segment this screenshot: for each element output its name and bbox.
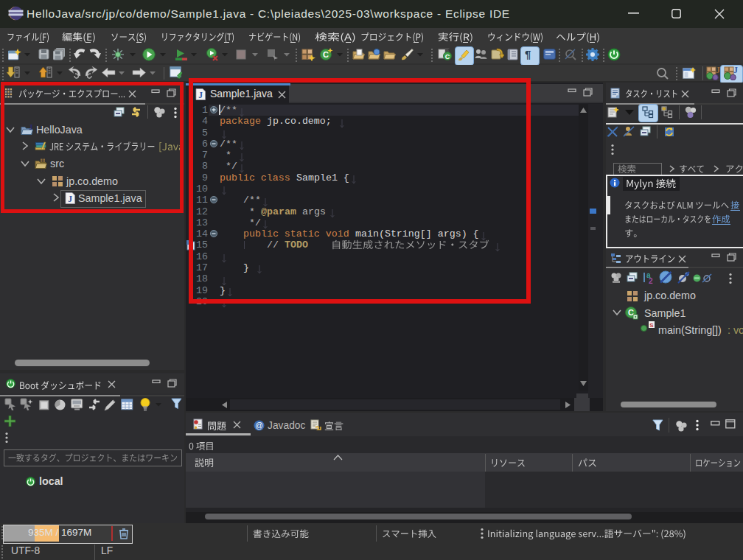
svg-text:S: S	[649, 322, 654, 329]
svg-text:C: C	[445, 53, 450, 60]
svg-text:J: J	[733, 66, 738, 75]
svg-text:@: @	[255, 421, 263, 430]
svg-text:C: C	[323, 50, 329, 59]
svg-text:2: 2	[649, 277, 653, 284]
